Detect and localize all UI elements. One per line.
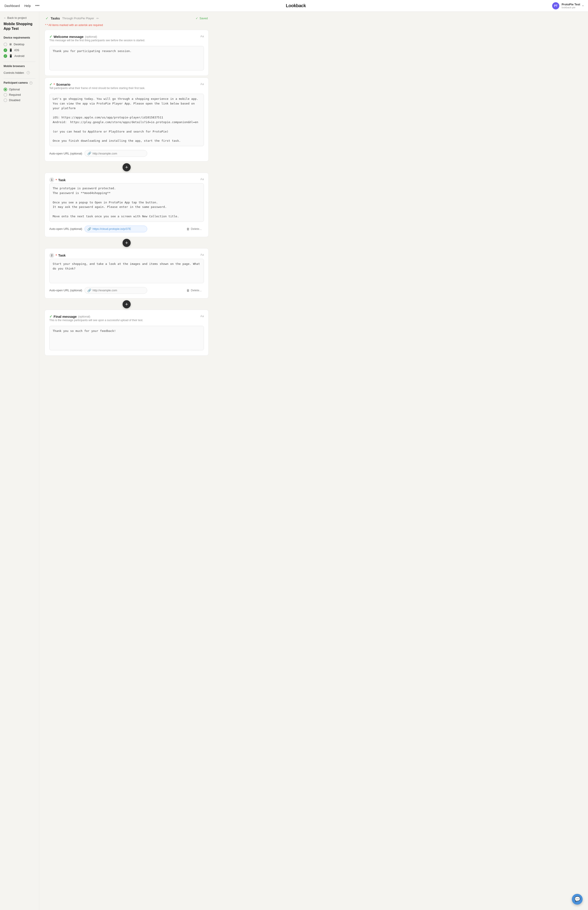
task1-delete-button[interactable]: 🗑 Delete... bbox=[184, 226, 204, 232]
ios-label: iOS bbox=[15, 49, 19, 52]
add-btn-row-3: + bbox=[45, 300, 208, 308]
task1-delete-label: Delete... bbox=[191, 227, 202, 230]
back-link[interactable]: ← Back to project bbox=[3, 16, 36, 19]
task1-link-icon: 🔗 bbox=[87, 227, 91, 231]
task1-card-header: 1 * Task Aa bbox=[49, 177, 204, 182]
device-android[interactable]: ✓ 📱 Android bbox=[3, 53, 36, 59]
chat-bubble[interactable]: 💬 bbox=[572, 894, 583, 905]
tasks-title: Tasks bbox=[51, 16, 60, 20]
task2-url-input-wrap[interactable]: 🔗 bbox=[84, 287, 147, 294]
final-title-wrap: ✓ Final message (optional) This is the m… bbox=[49, 314, 143, 325]
task2-font-icon: Aa bbox=[200, 253, 204, 256]
layout: ← Back to project Mobile Shopping App Te… bbox=[0, 12, 588, 910]
task1-url-input[interactable] bbox=[92, 227, 144, 230]
task1-card-title: 1 * Task bbox=[49, 177, 66, 182]
camera-required-radio[interactable] bbox=[3, 93, 7, 97]
task2-delete-label: Delete... bbox=[191, 288, 202, 292]
welcome-textarea[interactable]: Thank you for participating research ses… bbox=[49, 46, 204, 70]
scenario-card-header: ✓ * Scenario Tell participants what thei… bbox=[49, 82, 204, 93]
controls-hidden-label: Controls hidden bbox=[3, 71, 24, 74]
scenario-url-input[interactable] bbox=[92, 152, 144, 155]
task2-textarea[interactable]: Start your shopping, and take a look at … bbox=[49, 259, 204, 283]
final-textarea[interactable]: Thank you so much for your feedback! bbox=[49, 326, 204, 350]
task1-url-input-wrap[interactable]: 🔗 bbox=[84, 226, 147, 232]
more-button[interactable]: ••• bbox=[35, 3, 39, 8]
task2-card-title: 2 * Task bbox=[49, 253, 66, 258]
asterisk-icon: * bbox=[45, 24, 46, 27]
task2-required-star: * bbox=[56, 253, 57, 257]
add-btn-row-2: + bbox=[45, 239, 208, 247]
help-link[interactable]: Help bbox=[24, 4, 31, 8]
task2-delete-button[interactable]: 🗑 Delete... bbox=[184, 287, 204, 293]
device-desktop[interactable]: 🖥 Desktop bbox=[3, 42, 36, 47]
user-name: ProtoPie Test bbox=[562, 3, 580, 6]
final-card: ✓ Final message (optional) This is the m… bbox=[45, 310, 208, 356]
task2-card: 2 * Task Aa Start your shopping, and tak… bbox=[45, 248, 208, 298]
camera-optional[interactable]: Optional bbox=[3, 87, 36, 92]
add-section-button-2[interactable]: + bbox=[123, 239, 131, 247]
camera-disabled-radio[interactable] bbox=[3, 99, 7, 102]
avatar: PT bbox=[552, 2, 559, 10]
camera-info-icon[interactable]: ? bbox=[29, 81, 32, 84]
project-title: Mobile Shopping App Test bbox=[3, 22, 36, 31]
scenario-font-icon: Aa bbox=[200, 82, 204, 86]
android-label: Android bbox=[15, 54, 24, 58]
tasks-subtitle: Through ProtoPie Player bbox=[62, 16, 94, 20]
dashboard-link[interactable]: Dashboard bbox=[5, 4, 20, 8]
controls-hidden-info-icon[interactable]: ? bbox=[27, 71, 30, 74]
android-check: ✓ bbox=[3, 54, 7, 58]
main-content: ✓ Tasks Through ProtoPie Player ✏ ✓ Save… bbox=[39, 12, 214, 910]
final-desc: This is the message participants will se… bbox=[49, 319, 143, 322]
device-ios[interactable]: ✓ 📱 iOS bbox=[3, 47, 36, 53]
final-check-icon: ✓ bbox=[49, 314, 52, 319]
welcome-desc: This message will be the first thing par… bbox=[49, 39, 145, 42]
scenario-title-wrap: ✓ * Scenario Tell participants what thei… bbox=[49, 82, 145, 93]
topnav-left: Dashboard Help ••• bbox=[5, 3, 39, 8]
tasks-header: ✓ Tasks Through ProtoPie Player ✏ ✓ Save… bbox=[45, 16, 208, 20]
welcome-card-title-wrap: ✓ Welcome message (optional) This messag… bbox=[49, 34, 145, 45]
task1-trash-icon: 🗑 bbox=[186, 227, 190, 231]
scenario-required-star: * bbox=[53, 83, 55, 86]
saved-label: Saved bbox=[199, 16, 208, 20]
camera-optional-radio[interactable] bbox=[3, 88, 7, 91]
scenario-title-text: Scenario bbox=[56, 83, 70, 86]
ios-check: ✓ bbox=[3, 49, 7, 52]
tasks-edit-icon[interactable]: ✏ bbox=[96, 16, 99, 20]
desktop-radio[interactable] bbox=[3, 43, 7, 46]
task2-link-icon: 🔗 bbox=[87, 288, 91, 292]
topnav: Dashboard Help ••• Lookback PT ProtoPie … bbox=[0, 0, 588, 12]
welcome-check-icon: ✓ bbox=[49, 34, 52, 39]
chevron-down-icon[interactable]: ▾ bbox=[582, 5, 583, 7]
welcome-card-header: ✓ Welcome message (optional) This messag… bbox=[49, 34, 204, 45]
welcome-title-text: Welcome message bbox=[53, 35, 84, 39]
scenario-url-row: Auto-open URL (optional) 🔗 bbox=[49, 150, 204, 157]
required-note-text: * All items marked with an asterisk are … bbox=[47, 24, 103, 27]
add-section-button-3[interactable]: + bbox=[123, 300, 131, 308]
welcome-font-icon: Aa bbox=[200, 34, 204, 38]
scenario-url-input-wrap[interactable]: 🔗 bbox=[84, 150, 147, 157]
tasks-header-left: ✓ Tasks Through ProtoPie Player ✏ bbox=[45, 16, 99, 20]
logo: Lookback bbox=[286, 3, 306, 8]
desktop-label: Desktop bbox=[14, 43, 24, 46]
scenario-textarea[interactable]: Let's go shopping today. You will go thr… bbox=[49, 94, 204, 146]
add-section-button-1[interactable]: + bbox=[123, 163, 131, 171]
task1-num: 1 bbox=[49, 177, 54, 182]
task1-textarea[interactable]: The prototype is password protected. The… bbox=[49, 183, 204, 222]
sidebar: ← Back to project Mobile Shopping App Te… bbox=[0, 12, 39, 910]
user-info: ProtoPie Test lookback-pie bbox=[562, 3, 580, 9]
camera-section-label: Participant camera ? bbox=[3, 81, 36, 84]
scenario-desc: Tell participants what their frame of mi… bbox=[49, 87, 145, 90]
camera-disabled[interactable]: Disabled bbox=[3, 97, 36, 103]
task1-title-text: Task bbox=[58, 178, 66, 182]
ios-icon: 📱 bbox=[9, 49, 13, 52]
browser-section-label: Mobile browsers bbox=[3, 65, 36, 68]
saved-badge: ✓ Saved bbox=[195, 16, 208, 20]
camera-required[interactable]: Required bbox=[3, 92, 36, 97]
task2-url-input[interactable] bbox=[92, 288, 144, 292]
final-title-text: Final message bbox=[53, 315, 77, 319]
required-note: * * All items marked with an asterisk ar… bbox=[45, 24, 208, 27]
device-section-label: Device requirements bbox=[3, 36, 36, 39]
task2-trash-icon: 🗑 bbox=[186, 288, 190, 292]
add-btn-row-1: + bbox=[45, 163, 208, 171]
controls-hidden-item[interactable]: Controls hidden ? bbox=[3, 70, 36, 76]
